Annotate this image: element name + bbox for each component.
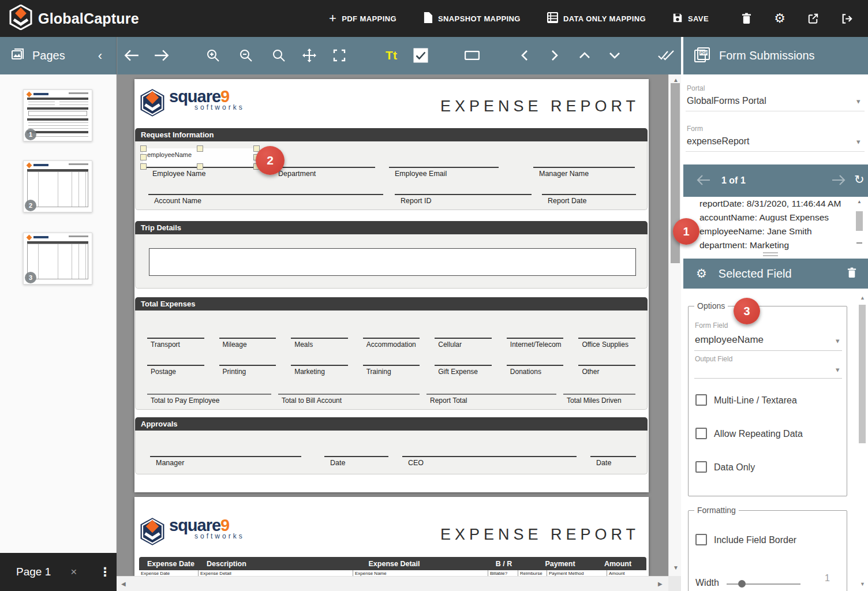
chevron-right-icon[interactable] (551, 50, 559, 61)
fullscreen-icon[interactable] (333, 49, 346, 62)
forward-arrow-icon[interactable] (154, 49, 170, 62)
delete-field-icon[interactable] (847, 267, 856, 280)
data-only-checkbox-label: Data Only (714, 462, 755, 473)
section-header: Total Expenses (135, 297, 648, 311)
file-icon (423, 12, 433, 25)
text-tool-icon[interactable]: Tt (386, 48, 397, 62)
resize-handle-w[interactable] (140, 154, 147, 160)
resize-handle-n[interactable] (197, 145, 203, 152)
refresh-icon[interactable]: ↻ (854, 173, 865, 186)
trip-details-box (149, 248, 636, 276)
page-thumbnail-1[interactable]: 1 (23, 89, 92, 141)
dropdown-arrow-icon[interactable]: ▾ (836, 336, 840, 345)
data-only-checkbox[interactable] (695, 461, 707, 473)
thumb-logo-icon (27, 163, 32, 169)
panel-split-drag-handle[interactable] (683, 250, 854, 259)
scroll-up-icon[interactable]: ▲ (673, 77, 679, 83)
logout-icon[interactable] (839, 11, 854, 26)
options-legend: Options (694, 301, 728, 311)
dropdown-arrow-icon[interactable]: ▾ (856, 97, 860, 106)
settings-gear-icon[interactable]: ⚙ (772, 11, 787, 26)
record-line: employeeName: Jane Smith (683, 225, 854, 238)
pages-panel-title: Pages (32, 49, 65, 62)
vertical-scrollbar[interactable]: ▲ ▼ (668, 74, 682, 591)
snapshot-mapping-button[interactable]: SNAPSHOT MAPPING (423, 12, 521, 25)
close-icon[interactable]: × (70, 566, 77, 578)
record-list-scrollbar[interactable]: ▲ (855, 199, 864, 248)
width-slider[interactable] (727, 583, 800, 585)
square9-logo-icon (139, 517, 166, 546)
record-scrollbar-thumb[interactable] (856, 211, 863, 231)
multiline-checkbox-label: Multi-Line / Textarea (714, 395, 797, 406)
more-vertical-icon[interactable]: ⋮ (99, 565, 111, 579)
document-page-2[interactable]: square9 softworks EXPENSE REPORT Expense… (134, 497, 649, 576)
rectangle-tool-icon[interactable] (465, 51, 480, 60)
resize-handle-s[interactable] (197, 163, 203, 170)
form-submissions-panel: PDF Form Submissions Portal GlobalForms … (683, 37, 868, 591)
form-field-select[interactable]: employeeName (695, 334, 764, 346)
zoom-in-icon[interactable] (206, 48, 220, 62)
page-thumbnail-2[interactable]: 2 (23, 160, 92, 212)
scroll-up-icon[interactable]: ▲ (857, 200, 862, 204)
square9-logo-icon (139, 88, 166, 117)
dropdown-arrow-icon[interactable]: ▾ (836, 365, 840, 374)
scroll-left-icon[interactable]: ◀ (121, 581, 126, 587)
checkbox-tool-icon[interactable] (414, 48, 428, 63)
include-field-border-checkbox[interactable] (695, 534, 707, 545)
page2-title: EXPENSE REPORT (440, 526, 639, 544)
viewer-toolbar: Tt (117, 37, 681, 74)
repeating-data-checkbox[interactable] (695, 428, 707, 439)
submission-pager: 1 of 1 ↻ (683, 164, 868, 197)
multiline-checkbox[interactable] (695, 394, 707, 406)
save-button[interactable]: SAVE (672, 13, 709, 25)
mapped-field-overlay[interactable]: employeeName (143, 148, 257, 167)
resize-handle-sw[interactable] (140, 163, 147, 170)
collapse-panel-icon[interactable]: ‹ (98, 48, 102, 63)
chevron-down-icon[interactable] (609, 51, 620, 59)
width-label: Width (695, 578, 719, 588)
width-slider-thumb[interactable] (738, 580, 746, 588)
chevron-left-icon[interactable] (521, 50, 529, 61)
section-header: Approvals (135, 417, 648, 431)
back-arrow-icon[interactable] (124, 49, 140, 62)
form-submissions-header: PDF Form Submissions (683, 37, 868, 74)
form-field-label: Form Field (695, 321, 728, 330)
square9-logo: square9 softworks (139, 88, 245, 117)
save-icon (672, 13, 683, 25)
field-settings-gear-icon[interactable]: ⚙ (696, 267, 707, 280)
scroll-up-icon[interactable]: ▲ (860, 296, 865, 301)
svg-text:PDF: PDF (700, 51, 708, 55)
scroll-down-icon[interactable]: ▼ (860, 582, 865, 587)
delete-icon[interactable] (739, 11, 754, 26)
apply-all-double-check-icon[interactable] (657, 50, 675, 61)
page-thumbnail-3[interactable]: 3 (23, 233, 92, 285)
brand-name: GlobalCapture (38, 10, 139, 27)
horizontal-scrollbar[interactable]: ◀ ▶ (117, 576, 668, 591)
formatting-group: Formatting Include Field Border Width 1 (688, 510, 847, 591)
open-in-new-icon[interactable] (806, 11, 821, 26)
pages-panel-header: Pages ‹ (0, 37, 117, 74)
zoom-out-icon[interactable] (239, 48, 253, 62)
scroll-down-icon[interactable]: ▼ (673, 565, 679, 571)
panel-scrollbar[interactable]: ▲ ▼ (858, 291, 867, 591)
total-expenses-section: Total Expenses Transport Mileage Meals A… (135, 297, 648, 410)
data-only-mapping-button[interactable]: DATA ONLY MAPPING (547, 12, 646, 25)
dropdown-arrow-icon[interactable]: ▾ (856, 137, 860, 146)
form-select[interactable]: expenseReport (687, 136, 750, 147)
request-information-section: Request Information Employee Name Depart… (135, 128, 648, 210)
resize-handle-nw[interactable] (140, 145, 147, 152)
scroll-right-icon[interactable]: ▶ (658, 581, 663, 587)
pdf-mapping-button[interactable]: + PDF MAPPING (329, 11, 396, 26)
document-page-1[interactable]: square9 softworks EXPENSE REPORT Request… (134, 79, 649, 492)
prev-submission-icon[interactable] (696, 174, 711, 188)
next-submission-icon[interactable] (831, 174, 846, 188)
panel-scrollbar-thumb[interactable] (859, 305, 866, 443)
pan-move-icon[interactable] (302, 48, 317, 63)
selected-field-title: Selected Field (719, 267, 792, 280)
thumb-logo-icon (27, 92, 32, 98)
submission-record-list[interactable]: reportDate: 8/31/2020, 11:46:44 AM accou… (683, 197, 854, 250)
trip-details-section: Trip Details (135, 221, 648, 289)
search-icon[interactable] (272, 48, 286, 62)
portal-select[interactable]: GlobalForms Portal (687, 96, 766, 106)
chevron-up-icon[interactable] (579, 51, 590, 59)
